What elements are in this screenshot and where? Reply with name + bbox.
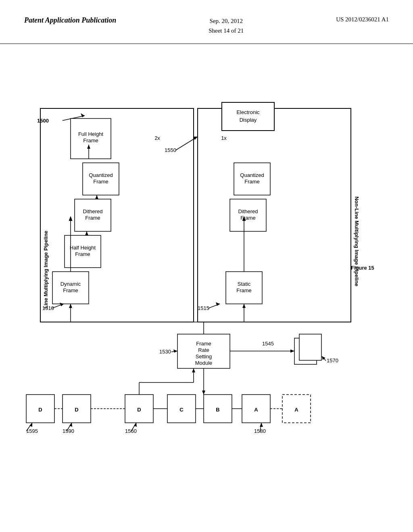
scale-1x: 1x bbox=[221, 135, 227, 141]
dynamic-label2: Frame bbox=[63, 287, 78, 293]
electronic-display-label1: Electronic bbox=[236, 109, 260, 115]
scale-2x: 2x bbox=[154, 135, 160, 141]
dynamic-label1: Dynamic bbox=[60, 281, 81, 287]
svg-marker-46 bbox=[95, 195, 98, 199]
box-b-label: B bbox=[216, 407, 219, 413]
svg-marker-48 bbox=[85, 231, 88, 235]
dithered-right-label1: Dithered bbox=[238, 208, 258, 214]
non-line-multiplying-label: Non-Line Multiplying Image Pipeline bbox=[354, 196, 360, 286]
box-d-1590-label: D bbox=[75, 407, 78, 413]
half-height-label1: Half Height bbox=[70, 245, 96, 251]
sheet-info: Sheet 14 of 21 bbox=[209, 27, 244, 34]
full-height-label2: Frame bbox=[83, 137, 98, 143]
full-height-label1: Full Height bbox=[78, 131, 104, 137]
svg-marker-11 bbox=[173, 349, 177, 353]
electronic-display-box bbox=[222, 102, 274, 131]
publication-info: Sep. 20, 2012 Sheet 14 of 21 bbox=[209, 16, 244, 35]
dithered-left-label1: Dithered bbox=[83, 208, 102, 214]
svg-marker-32 bbox=[260, 423, 263, 427]
box-c-label: C bbox=[179, 407, 184, 413]
quantized-right-label1: Quantized bbox=[240, 172, 264, 178]
page-header: Patent Application Publication Sep. 20, … bbox=[0, 0, 413, 44]
label-1500: 1500 bbox=[37, 118, 49, 124]
frame-rate-label2: Rate bbox=[198, 347, 209, 353]
label-1530: 1530 bbox=[159, 349, 171, 355]
dithered-left-label2: Frame bbox=[85, 215, 100, 221]
non-line-multiplying-box bbox=[198, 108, 351, 322]
label-1570: 1570 bbox=[327, 357, 338, 364]
box-d-1560-label: D bbox=[137, 407, 141, 413]
svg-marker-18 bbox=[242, 304, 246, 308]
quantized-right-label2: Frame bbox=[244, 179, 260, 185]
label-1545: 1545 bbox=[262, 341, 274, 347]
box-a-dashed-label: A bbox=[294, 407, 298, 413]
line-multiplying-label: Line Multiplying Image Pipeline bbox=[43, 231, 49, 309]
frame-rate-label4: Module bbox=[195, 360, 213, 366]
label-1515: 1515 bbox=[198, 305, 209, 311]
static-label1: Static bbox=[238, 281, 251, 287]
svg-marker-24 bbox=[202, 391, 205, 395]
box-1570-front bbox=[299, 334, 321, 360]
page: Patent Application Publication Sep. 20, … bbox=[0, 0, 413, 532]
quantized-left-label2: Frame bbox=[93, 179, 108, 185]
pub-date: Sep. 20, 2012 bbox=[209, 18, 243, 24]
frame-rate-label3: Setting bbox=[196, 353, 212, 360]
electronic-display-label2: Display bbox=[240, 117, 257, 123]
patent-number: US 2012/0236021 A1 bbox=[336, 16, 389, 23]
frame-rate-label1: Frame bbox=[196, 341, 211, 347]
svg-marker-15 bbox=[69, 304, 72, 308]
quantized-left-label1: Quantized bbox=[89, 172, 113, 178]
half-height-label2: Frame bbox=[75, 251, 90, 257]
publication-title: Patent Application Publication bbox=[24, 16, 116, 25]
static-label2: Frame bbox=[236, 287, 252, 293]
box-d-1595-label: D bbox=[38, 407, 42, 413]
diagram-area: Figure 15 1500 Line Multiplying Image Pi… bbox=[0, 44, 413, 528]
svg-marker-20 bbox=[290, 349, 294, 353]
svg-marker-42 bbox=[192, 368, 195, 372]
diagram-svg: Figure 15 1500 Line Multiplying Image Pi… bbox=[0, 44, 413, 528]
box-a-1580-label: A bbox=[254, 407, 258, 413]
label-1550: 1550 bbox=[165, 147, 176, 153]
dithered-right-label2: Frame bbox=[240, 215, 256, 221]
label-1590: 1590 bbox=[63, 428, 74, 434]
